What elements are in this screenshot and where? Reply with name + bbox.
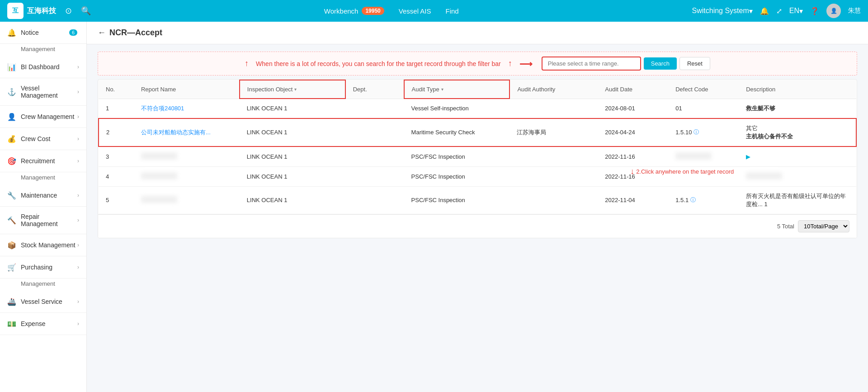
inspection-object-dropdown-icon[interactable]: ▾ — [294, 87, 297, 92]
expense-icon: 💵 — [7, 319, 16, 328]
sidebar-item-purchasing[interactable]: 🛒 Purchasing › — [0, 256, 86, 279]
table-row[interactable]: 4 LINK OCEAN 1 PSC/FSC Inspection 2022-1… — [99, 166, 856, 186]
click-annotation: ↓ 2.Click anywhere on the target record — [630, 167, 734, 176]
col-audit-type[interactable]: Audit Type ▾ — [404, 80, 510, 99]
sidebar: 🔔 Notice 6 Management 📊 BI Dashboard › ⚓… — [0, 22, 87, 392]
table-row[interactable]: 3 LINK OCEAN 1 PSC/FSC Inspection 2022-1… — [99, 146, 856, 167]
repair-arrow: › — [77, 217, 79, 223]
cell-no: 4 — [99, 166, 134, 186]
cell-dept — [345, 118, 404, 146]
blurred-desc — [746, 172, 782, 179]
page-size-select[interactable]: 10Total/Page 20Total/Page 50Total/Page — [798, 220, 849, 232]
sidebar-item-crew-cost[interactable]: 💰 Crew Cost › — [0, 128, 86, 150]
cell-defect-code: 1.5.1 ⓘ — [668, 186, 739, 214]
stock-arrow: › — [77, 242, 79, 248]
logo[interactable]: 互 互海科技 — [7, 3, 56, 19]
col-no: No. — [99, 80, 134, 99]
col-audit-date: Audit Date — [598, 80, 668, 99]
sidebar-item-repair[interactable]: 🔨 Repair Management › — [0, 207, 86, 234]
audit-type-dropdown-icon[interactable]: ▾ — [441, 87, 443, 92]
cell-audit-type: Maritime Security Check — [404, 118, 510, 146]
table-row[interactable]: 5 LINK OCEAN 1 PSC/FSC Inspection 2022-1… — [99, 186, 856, 214]
cell-audit-type: PSC/FSC Inspection — [404, 146, 510, 167]
crew-cost-arrow: › — [77, 136, 79, 142]
sidebar-item-vessel-service[interactable]: 🚢 Vessel Service › — [0, 291, 86, 313]
defect-info-icon[interactable]: ⓘ — [693, 128, 699, 136]
content-body: ↑ When there is a lot of records, you ca… — [87, 44, 868, 392]
nav-right: Switching System ▾ 🔔 ⤢ EN ▾ ❓ 👤 朱慧 — [692, 4, 861, 18]
records-table: No. Report Name Inspection Object ▾ — [98, 80, 857, 214]
cell-inspection-object: LINK OCEAN 1 — [240, 118, 345, 146]
table-row[interactable]: 1 不符合项240801 LINK OCEAN 1 Vessel Self-in… — [99, 99, 856, 118]
recruitment-arrow: › — [77, 158, 79, 164]
cell-audit-date: 2024-04-24 — [598, 118, 668, 146]
time-range-input[interactable] — [542, 57, 641, 71]
expense-arrow: › — [77, 321, 79, 327]
sidebar-sub-purchasing-management[interactable]: Management — [0, 279, 86, 291]
workbench-button[interactable]: Workbench 19950 — [324, 7, 384, 15]
find-link[interactable]: Find — [446, 7, 459, 15]
avatar[interactable]: 👤 — [826, 4, 841, 18]
expand-icon[interactable]: ⤢ — [776, 7, 782, 15]
table-row[interactable]: 2 公司未对船舶动态实施有... LINK OCEAN 1 Maritime S… — [99, 118, 856, 146]
desc-line1: 其它 — [746, 124, 849, 132]
vessel-ais-link[interactable]: Vessel AIS — [399, 7, 431, 15]
click-arrow-down: ↓ — [630, 167, 634, 176]
col-inspection-object[interactable]: Inspection Object ▾ — [240, 80, 345, 99]
cell-audit-date: 2022-11-04 — [598, 186, 668, 214]
sidebar-item-maintenance[interactable]: 🔧 Maintenance › — [0, 184, 86, 207]
purchasing-arrow: › — [77, 264, 79, 270]
workbench-badge: 19950 — [362, 7, 384, 15]
cell-no: 1 — [99, 99, 134, 118]
report-link[interactable]: 不符合项240801 — [141, 105, 184, 112]
sidebar-item-notice[interactable]: 🔔 Notice 6 — [0, 22, 86, 44]
sidebar-item-expense[interactable]: 💵 Expense › — [0, 313, 86, 335]
back-button[interactable]: ← — [98, 28, 106, 38]
col-audit-authority: Audit Authority — [509, 80, 598, 99]
cell-audit-authority — [509, 166, 598, 186]
cell-no: 2 — [99, 118, 134, 146]
sidebar-sub-recruitment-management[interactable]: Management — [0, 172, 86, 184]
annotation-right-arrow: ⟶ — [519, 58, 533, 69]
annotation-text: When there is a lot of records, you can … — [256, 60, 501, 67]
notification-icon[interactable]: 🔔 — [760, 7, 769, 15]
col-report-name: Report Name — [134, 80, 240, 99]
page-header: ← NCR—Accept — [87, 22, 868, 44]
sidebar-item-stock[interactable]: 📦 Stock Management › — [0, 234, 86, 256]
sidebar-sub-notice-management[interactable]: Management — [0, 44, 86, 56]
sidebar-item-recruitment[interactable]: 🎯 Recruitment › — [0, 150, 86, 172]
cell-no: 5 — [99, 186, 134, 214]
nav-back-icon[interactable]: ⊙ — [65, 6, 72, 16]
language-switcher[interactable]: EN ▾ — [789, 7, 803, 15]
sidebar-item-vessel[interactable]: ⚓ Vessel Management › — [0, 78, 86, 106]
nav-search-icon[interactable]: 🔍 — [81, 6, 91, 16]
sidebar-item-crew-management[interactable]: 👤 Crew Management › — [0, 106, 86, 128]
vessel-service-icon: 🚢 — [7, 297, 16, 306]
help-icon[interactable]: ❓ — [810, 7, 819, 15]
defect-info-icon-5[interactable]: ⓘ — [690, 196, 696, 204]
cell-audit-date: 2024-08-01 — [598, 99, 668, 118]
cell-description: 其它 主机核心备件不全 — [739, 118, 856, 146]
report-link[interactable]: 公司未对船舶动态实施有... — [141, 129, 211, 136]
switching-system-button[interactable]: Switching System ▾ — [692, 7, 753, 15]
cell-report-name: 公司未对船舶动态实施有... — [134, 118, 240, 146]
annotation-banner: ↑ When there is a lot of records, you ca… — [98, 52, 857, 76]
sidebar-item-bi[interactable]: 📊 BI Dashboard › — [0, 56, 86, 78]
desc-line2: 主机核心备件不全 — [746, 132, 849, 141]
maintenance-icon: 🔧 — [7, 191, 16, 200]
cell-dept — [345, 99, 404, 118]
table-header-row: No. Report Name Inspection Object ▾ — [99, 80, 856, 99]
cell-description: 所有灭火机是否有船级社认可单位的年度检... 1 — [739, 186, 856, 214]
cell-defect-code: 01 — [668, 99, 739, 118]
blurred-text — [141, 196, 177, 203]
search-button[interactable]: Search — [644, 57, 677, 70]
recruitment-icon: 🎯 — [7, 156, 16, 165]
col-defect-code: Defect Code — [668, 80, 739, 99]
cell-inspection-object: LINK OCEAN 1 — [240, 186, 345, 214]
page-title: NCR—Accept — [109, 28, 162, 38]
main-layout: 🔔 Notice 6 Management 📊 BI Dashboard › ⚓… — [0, 22, 868, 392]
blurred-text — [141, 152, 177, 160]
vessel-arrow: › — [77, 89, 79, 95]
reset-button[interactable]: Reset — [679, 57, 710, 70]
cell-description: 救生艇不够 — [739, 99, 856, 118]
